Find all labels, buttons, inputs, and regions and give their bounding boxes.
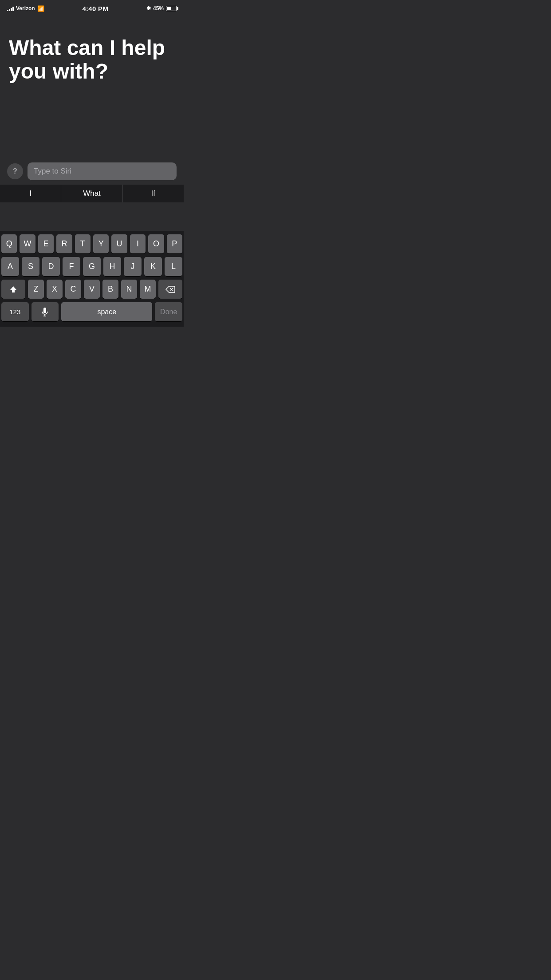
key-f[interactable]: F xyxy=(63,257,80,276)
keyboard-row-3: Z X C V B N M xyxy=(1,280,182,299)
key-e[interactable]: E xyxy=(38,234,54,253)
key-d[interactable]: D xyxy=(42,257,60,276)
status-left: Verizon 📶 xyxy=(7,5,44,12)
key-z[interactable]: Z xyxy=(28,280,44,299)
status-time: 4:40 PM xyxy=(82,5,108,12)
mic-key[interactable] xyxy=(31,302,59,321)
numbers-key[interactable]: 123 xyxy=(1,302,29,321)
key-l[interactable]: L xyxy=(165,257,182,276)
help-button[interactable]: ? xyxy=(7,163,23,179)
keyboard-row-4: 123 space Done xyxy=(1,302,182,321)
key-y[interactable]: Y xyxy=(93,234,109,253)
key-r[interactable]: R xyxy=(56,234,72,253)
done-key[interactable]: Done xyxy=(155,302,182,321)
status-right: ✱ 45% xyxy=(146,5,177,12)
key-g[interactable]: G xyxy=(83,257,101,276)
key-s[interactable]: S xyxy=(22,257,39,276)
autocomplete-item-if[interactable]: If xyxy=(123,185,184,202)
battery-percent: 45% xyxy=(153,5,164,12)
space-key[interactable]: space xyxy=(61,302,152,321)
key-t[interactable]: T xyxy=(75,234,91,253)
svg-rect-3 xyxy=(43,308,46,313)
signal-icon xyxy=(7,6,14,11)
keyboard-row-1: Q W E R T Y U I O P xyxy=(1,234,182,253)
autocomplete-item-what[interactable]: What xyxy=(61,185,122,202)
bluetooth-icon: ✱ xyxy=(146,5,151,12)
keyboard: Q W E R T Y U I O P A S D F G H J K L Z … xyxy=(0,231,184,327)
shift-key[interactable] xyxy=(1,280,25,299)
shift-icon xyxy=(9,285,18,294)
key-p[interactable]: P xyxy=(167,234,182,253)
svg-marker-0 xyxy=(10,286,16,292)
key-v[interactable]: V xyxy=(84,280,100,299)
key-k[interactable]: K xyxy=(144,257,162,276)
siri-text-input[interactable] xyxy=(28,162,177,180)
key-i[interactable]: I xyxy=(130,234,146,253)
wifi-icon: 📶 xyxy=(37,5,44,12)
key-b[interactable]: B xyxy=(102,280,118,299)
status-bar: Verizon 📶 4:40 PM ✱ 45% xyxy=(0,0,184,14)
key-w[interactable]: W xyxy=(20,234,35,253)
main-content: What can I help you with? xyxy=(0,14,184,92)
backspace-icon xyxy=(165,286,175,293)
key-h[interactable]: H xyxy=(103,257,121,276)
key-x[interactable]: X xyxy=(47,280,63,299)
key-c[interactable]: C xyxy=(65,280,81,299)
autocomplete-bar: I What If xyxy=(0,185,184,202)
key-m[interactable]: M xyxy=(140,280,156,299)
input-area: ? xyxy=(0,158,184,185)
backspace-key[interactable] xyxy=(158,280,182,299)
key-u[interactable]: U xyxy=(111,234,127,253)
autocomplete-item-i[interactable]: I xyxy=(0,185,61,202)
key-n[interactable]: N xyxy=(121,280,137,299)
key-q[interactable]: Q xyxy=(1,234,17,253)
siri-greeting: What can I help you with? xyxy=(9,36,175,83)
carrier-name: Verizon xyxy=(16,5,35,12)
battery-icon xyxy=(166,6,177,11)
key-a[interactable]: A xyxy=(1,257,19,276)
key-j[interactable]: J xyxy=(124,257,142,276)
mic-icon xyxy=(41,307,48,317)
key-o[interactable]: O xyxy=(148,234,164,253)
keyboard-row-2: A S D F G H J K L xyxy=(1,257,182,276)
